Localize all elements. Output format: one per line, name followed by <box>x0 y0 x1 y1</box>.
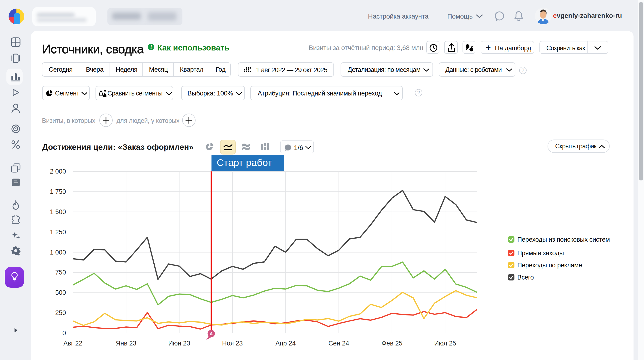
svg-text:Апр 24: Апр 24 <box>276 340 296 347</box>
svg-text:1 500: 1 500 <box>50 208 66 216</box>
svg-text:Янв 23: Янв 23 <box>116 340 136 347</box>
svg-text:Фев 25: Фев 25 <box>382 340 402 347</box>
svg-text:Сен 24: Сен 24 <box>328 340 349 347</box>
svg-text:500: 500 <box>55 289 66 296</box>
svg-text:1 000: 1 000 <box>50 249 66 256</box>
svg-text:Июл 25: Июл 25 <box>434 340 456 347</box>
svg-text:1 750: 1 750 <box>50 188 66 195</box>
svg-text:2 000: 2 000 <box>50 168 66 175</box>
svg-text:750: 750 <box>55 269 66 276</box>
svg-text:1 250: 1 250 <box>50 228 66 236</box>
svg-text:Авг 22: Авг 22 <box>63 340 82 347</box>
svg-text:0: 0 <box>62 330 66 337</box>
svg-text:250: 250 <box>55 309 66 316</box>
svg-text:Июн 23: Июн 23 <box>168 340 190 347</box>
svg-text:Ноя 23: Ноя 23 <box>222 340 243 347</box>
svg-text:A: A <box>210 332 213 336</box>
